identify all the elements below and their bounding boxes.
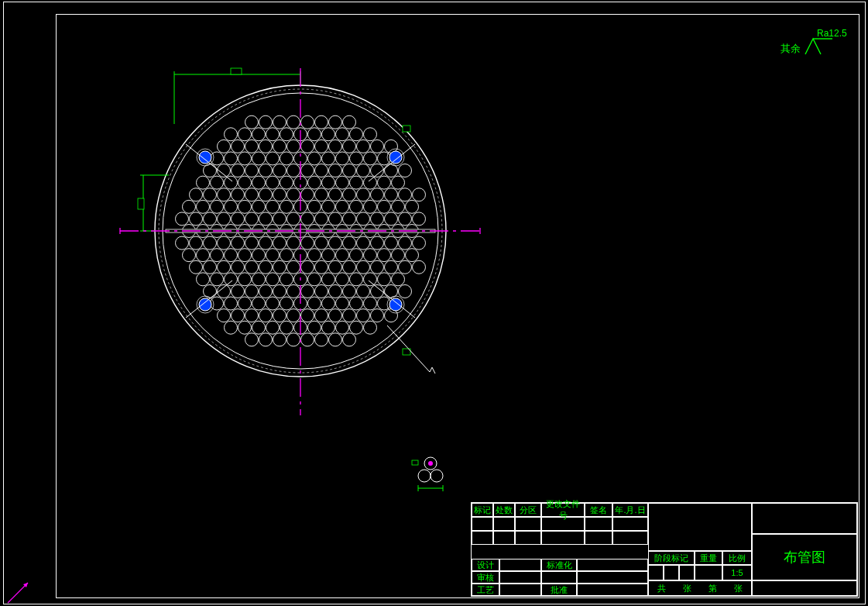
tb-scale-label: 比例 <box>722 551 752 565</box>
tb-scale-value: 1:5 <box>722 565 752 580</box>
tb-zone: 分区 <box>515 503 541 517</box>
tb-sign: 签名 <box>585 503 612 517</box>
tb-process: 工艺 <box>472 584 499 596</box>
tb-approve: 批准 <box>541 584 577 596</box>
tb-design: 设计 <box>472 559 499 571</box>
tb-mark: 标记 <box>472 503 493 517</box>
drawing-title: 布管图 <box>752 534 857 580</box>
title-block: 标记 处数 分区 更改文件号 签名 年.月.日 设计 标准化 审核 工艺 批准 … <box>471 502 858 597</box>
cad-canvas: 其余 Ra12.5 <box>0 0 868 606</box>
tb-stagemark: 阶段标记 <box>648 551 695 565</box>
tb-sheets: 共 张 第 张 <box>648 580 752 596</box>
tb-standard: 标准化 <box>541 559 577 571</box>
tb-changedoc: 更改文件号 <box>541 503 585 517</box>
tb-weight: 重量 <box>695 551 722 565</box>
tb-date: 年.月.日 <box>612 503 648 517</box>
tb-qty: 处数 <box>493 503 515 517</box>
tb-review: 审核 <box>472 571 499 584</box>
